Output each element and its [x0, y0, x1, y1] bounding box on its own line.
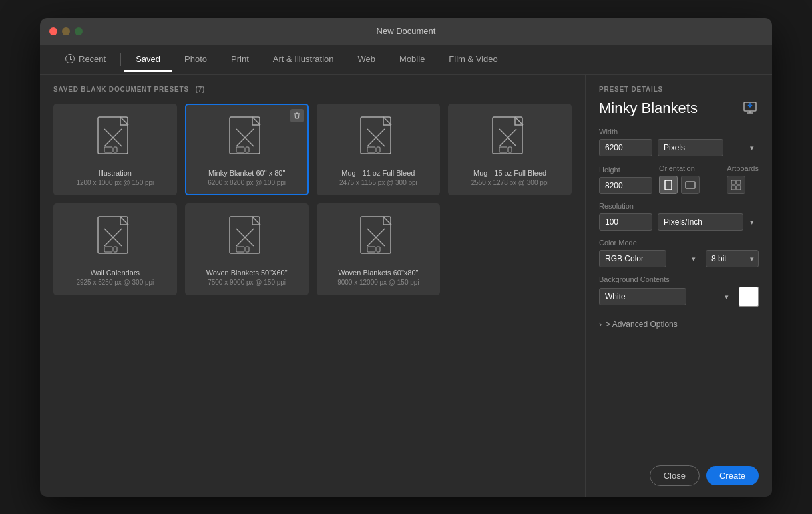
artboards-label: Artboards [727, 164, 759, 172]
close-window-button[interactable] [49, 27, 57, 35]
color-depth-select[interactable]: 8 bit 16 bit 32 bit [706, 250, 759, 267]
preset-details-name: Minky Blankets [599, 100, 698, 117]
preset-dims: 1200 x 1000 px @ 150 ppi [76, 179, 154, 186]
bg-contents-row: White Black Background Color Transparent… [599, 287, 759, 307]
width-input[interactable] [599, 139, 652, 156]
preset-dims: 2550 x 1278 px @ 300 ppi [471, 179, 549, 186]
tab-recent[interactable]: Recent [53, 47, 118, 72]
right-panel-footer: Close Create [599, 459, 759, 486]
resolution-group: Resolution Pixels/Inch Pixels/Centimeter [599, 202, 759, 231]
preset-icon-minky [227, 116, 267, 162]
tab-web[interactable]: Web [346, 47, 388, 72]
width-row: Pixels Inches Centimeters Millimeters Po… [599, 139, 759, 156]
resolution-unit-wrapper: Pixels/Inch Pixels/Centimeter [658, 213, 759, 231]
tab-photo[interactable]: Photo [172, 47, 219, 72]
tab-print[interactable]: Print [219, 47, 261, 72]
orientation-label: Orientation [659, 164, 720, 172]
width-label: Width [599, 128, 759, 136]
orientation-buttons [659, 176, 720, 194]
svg-rect-42 [737, 186, 741, 190]
tab-mobile[interactable]: Mobile [387, 47, 437, 72]
svg-rect-33 [367, 247, 375, 252]
svg-rect-40 [737, 180, 741, 184]
bg-contents-label: Background Contents [599, 275, 759, 283]
minimize-window-button[interactable] [62, 27, 70, 35]
clock-icon [65, 54, 75, 63]
preset-dims: 6200 x 8200 px @ 100 ppi [208, 179, 286, 186]
width-unit-wrapper: Pixels Inches Centimeters Millimeters Po… [658, 139, 759, 156]
nav-bar: Recent Saved Photo Print Art & Illustrat… [40, 45, 772, 75]
delete-preset-button[interactable] [290, 109, 304, 122]
preset-card-woven-60[interactable]: Woven Blankets 60"x80" 9000 x 12000 px @… [317, 203, 441, 295]
color-depth-wrapper: 8 bit 16 bit 32 bit [706, 250, 759, 267]
svg-rect-13 [367, 147, 375, 152]
height-input[interactable] [599, 177, 652, 194]
title-bar: New Document [40, 18, 772, 45]
preset-dims: 2475 x 1155 px @ 300 ppi [339, 179, 417, 186]
left-panel: SAVED BLANK DOCUMENT PRESETS (7) [40, 75, 586, 497]
svg-rect-38 [686, 182, 695, 188]
advanced-options-toggle[interactable]: › > Advanced Options [599, 320, 759, 329]
svg-rect-4 [114, 147, 117, 152]
svg-rect-41 [731, 186, 735, 190]
svg-rect-9 [246, 147, 249, 152]
bg-contents-select[interactable]: White Black Background Color Transparent… [599, 288, 686, 305]
preset-name: Woven Blankets 50"X60" [206, 269, 288, 277]
preset-card-woven-50[interactable]: Woven Blankets 50"X60" 7500 x 9000 px @ … [185, 203, 309, 295]
traffic-lights [49, 27, 83, 35]
color-mode-group: Color Mode RGB Color CMYK Color Grayscal… [599, 239, 759, 267]
bg-color-swatch[interactable] [739, 287, 759, 307]
color-mode-row: RGB Color CMYK Color Grayscale Lab Color… [599, 250, 759, 267]
chevron-right-icon: › [599, 320, 602, 329]
artboards-group: Artboards [727, 164, 759, 194]
color-mode-select[interactable]: RGB Color CMYK Color Grayscale Lab Color [599, 250, 666, 267]
dialog-title: New Document [377, 26, 436, 36]
svg-rect-18 [499, 147, 507, 152]
svg-rect-14 [377, 147, 380, 152]
svg-rect-37 [665, 180, 672, 190]
tab-saved[interactable]: Saved [124, 47, 172, 72]
section-title: SAVED BLANK DOCUMENT PRESETS (7) [53, 86, 572, 93]
svg-rect-19 [508, 147, 512, 152]
preset-details-label: PRESET DETAILS [599, 86, 759, 93]
resolution-row: Pixels/Inch Pixels/Centimeter [599, 213, 759, 231]
main-content: SAVED BLANK DOCUMENT PRESETS (7) [40, 75, 772, 497]
preset-dims: 9000 x 12000 px @ 150 ppi [337, 279, 419, 286]
preset-card-wall-calendars[interactable]: Wall Calendars 2925 x 5250 px @ 300 ppi [53, 203, 177, 295]
preset-name: Minky Blanket 60" x 80" [208, 169, 285, 177]
landscape-orientation-button[interactable] [681, 176, 700, 194]
preset-card-mug-15oz[interactable]: Mug - 15 oz Full Bleed 2550 x 1278 px @ … [448, 104, 572, 195]
color-mode-wrapper: RGB Color CMYK Color Grayscale Lab Color [599, 250, 700, 267]
preset-name: Mug - 11 oz Full Bleed [341, 169, 415, 177]
preset-card-minky-blanket[interactable]: Minky Blanket 60" x 80" 6200 x 8200 px @… [185, 104, 309, 195]
preset-dims: 2925 x 5250 px @ 300 ppi [76, 279, 154, 286]
svg-rect-39 [731, 180, 735, 184]
color-mode-label: Color Mode [599, 239, 759, 247]
width-unit-select[interactable]: Pixels Inches Centimeters Millimeters Po… [658, 139, 723, 156]
resolution-label: Resolution [599, 202, 759, 210]
preset-name: Wall Calendars [91, 269, 140, 277]
svg-rect-34 [377, 247, 380, 252]
width-group: Width Pixels Inches Centimeters Millimet… [599, 128, 759, 156]
tab-film-video[interactable]: Film & Video [437, 47, 509, 72]
preset-card-mug-11oz[interactable]: Mug - 11 oz Full Bleed 2475 x 1155 px @ … [317, 104, 441, 195]
artboards-button[interactable] [727, 176, 745, 194]
portrait-orientation-button[interactable] [659, 176, 678, 194]
resolution-unit-select[interactable]: Pixels/Inch Pixels/Centimeter [658, 213, 743, 231]
tab-art-illustration[interactable]: Art & Illustration [261, 47, 346, 72]
svg-rect-29 [246, 247, 249, 252]
svg-rect-28 [236, 247, 244, 252]
resolution-input[interactable] [599, 213, 652, 231]
preset-card-illustration[interactable]: Illustration 1200 x 1000 px @ 150 ppi [53, 104, 177, 195]
preset-icon-mug15 [490, 116, 530, 162]
create-button[interactable]: Create [706, 466, 759, 485]
preset-icon-woven50 [227, 215, 267, 262]
maximize-window-button[interactable] [75, 27, 83, 35]
preset-name: Illustration [99, 169, 132, 177]
close-button[interactable]: Close [650, 465, 700, 486]
preset-dims: 7500 x 9000 px @ 150 ppi [208, 279, 286, 286]
new-document-dialog: New Document Recent Saved Photo Print Ar… [40, 18, 772, 497]
orientation-group: Orientation [659, 164, 720, 194]
save-preset-button[interactable] [743, 102, 759, 115]
preset-icon-woven60 [358, 215, 398, 262]
